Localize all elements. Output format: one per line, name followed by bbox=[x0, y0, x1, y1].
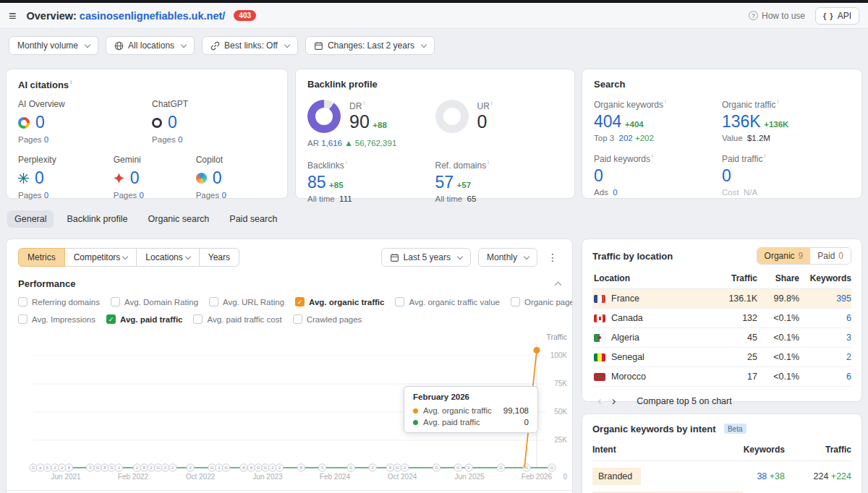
ref-domains-count-link[interactable]: 57 bbox=[435, 173, 454, 192]
citation-count[interactable]: 0 bbox=[130, 168, 140, 188]
next-page-arrow[interactable]: › bbox=[607, 395, 621, 407]
checkbox-avg-domain-rating[interactable]: Avg. Domain Rating bbox=[111, 297, 198, 306]
hamburger-menu-icon[interactable]: ≡ bbox=[9, 9, 17, 22]
checkbox-avg-paid-traffic[interactable]: Avg. paid traffic bbox=[106, 314, 182, 324]
google-update-marker-label: G bbox=[257, 466, 260, 470]
keywords-count-link[interactable]: 6 bbox=[799, 313, 851, 323]
organic-keywords-link[interactable]: 404 bbox=[594, 112, 621, 131]
ahrefs-rank-line: AR 1,616 ▲ 56,762,391 bbox=[307, 139, 435, 147]
search-card: Search Organic keywords 404 +404 Top 3 2… bbox=[582, 69, 862, 199]
keywords-count-link[interactable]: 2 bbox=[799, 352, 851, 362]
keywords-count-link[interactable]: 395 bbox=[799, 293, 851, 304]
tab-paid-search[interactable]: Paid search bbox=[222, 210, 284, 228]
dr-value: 90 bbox=[349, 111, 370, 132]
target-domain-link[interactable]: casinosenlignefiables.uk.net/ bbox=[80, 10, 225, 22]
more-options-icon[interactable]: ⋮ bbox=[545, 252, 561, 263]
checkbox-box bbox=[511, 297, 520, 306]
location-row-senegal[interactable]: Senegal 25 <0.1% 2 bbox=[592, 348, 851, 367]
ads-count-link[interactable]: 0 bbox=[613, 188, 617, 197]
chevron-down-icon bbox=[524, 253, 529, 259]
organic-toggle-button[interactable]: Organic9 bbox=[757, 248, 811, 264]
backlink-profile-card: Backlink profile DR 90 +88 AR 1,616 ▲ 56… bbox=[295, 69, 575, 199]
keywords-count-link[interactable]: 3 bbox=[799, 333, 851, 343]
checkbox-avg-url-rating[interactable]: Avg. URL Rating bbox=[209, 297, 284, 306]
dr-donut-gauge bbox=[307, 100, 341, 133]
metrics-segment-button[interactable]: Metrics bbox=[18, 248, 65, 267]
date-range-dropdown[interactable]: Last 5 years bbox=[381, 248, 471, 267]
keywords-count-link[interactable]: 6 bbox=[799, 372, 851, 382]
citation-count[interactable]: 0 bbox=[213, 168, 222, 188]
france-flag-icon bbox=[594, 295, 605, 303]
checkbox-box bbox=[18, 297, 27, 306]
checkbox-avg-organic-traffic-value[interactable]: Avg. organic traffic value bbox=[395, 297, 500, 306]
competitors-segment-button[interactable]: Competitors bbox=[64, 248, 137, 267]
tab-organic-search[interactable]: Organic search bbox=[141, 210, 217, 228]
metric-checkbox-row-1: Referring domains Avg. Domain Rating Avg… bbox=[18, 297, 561, 306]
pages-count-link[interactable]: 0 bbox=[140, 191, 144, 200]
location-row-canada[interactable]: Canada 132 <0.1% 6 bbox=[592, 309, 851, 328]
ai-citation-chatgpt: ChatGPT 0 Pages 0 bbox=[152, 99, 276, 144]
api-button[interactable]: { } API bbox=[815, 7, 859, 25]
performance-chart-area[interactable]: 100K75K50K25K0TrafficGa52283G8G2282G222G… bbox=[7, 328, 572, 484]
location-row-algeria[interactable]: Algeria 45 <0.1% 3 bbox=[592, 328, 851, 348]
location-row-morocco[interactable]: Morocco 17 <0.1% 6 bbox=[592, 367, 851, 387]
intent-keywords-link[interactable]: 38 bbox=[757, 471, 767, 481]
top3-count-link[interactable]: 202 bbox=[619, 134, 633, 142]
morocco-flag-icon bbox=[594, 373, 605, 381]
tab-general[interactable]: General bbox=[7, 210, 54, 228]
google-update-marker-label: G bbox=[435, 466, 438, 470]
ai-citation-gemini: Gemini 0 Pages 0 bbox=[114, 155, 196, 200]
collapse-chevron-icon[interactable] bbox=[555, 282, 562, 289]
performance-card: Metrics Competitors Locations Years Last… bbox=[6, 239, 573, 493]
citation-count[interactable]: 0 bbox=[168, 113, 177, 132]
citation-count[interactable]: 0 bbox=[35, 168, 44, 188]
best-links-dropdown[interactable]: Best links: Off bbox=[202, 36, 298, 55]
checkbox-crawled-pages[interactable]: Crawled pages bbox=[293, 314, 362, 324]
ref-domains-block: Ref. domains 57 +57 All time 65 bbox=[435, 159, 563, 203]
code-braces-icon: { } bbox=[823, 12, 834, 20]
google-update-marker-label: G bbox=[210, 466, 214, 470]
info-icon bbox=[762, 153, 765, 164]
checkbox-avg-paid-traffic-cost[interactable]: Avg. paid traffic cost bbox=[193, 314, 281, 324]
monthly-volume-dropdown[interactable]: Monthly volume bbox=[9, 36, 98, 55]
beta-badge: Beta bbox=[724, 424, 746, 434]
tab-backlink-profile[interactable]: Backlink profile bbox=[59, 210, 135, 228]
ar-value-link[interactable]: 1,616 bbox=[321, 139, 342, 147]
canada-flag-icon bbox=[594, 314, 605, 322]
compare-top5-link[interactable]: Compare top 5 on chart bbox=[637, 396, 731, 406]
pages-count-link[interactable]: 0 bbox=[178, 135, 182, 144]
chevron-down-icon bbox=[421, 41, 427, 47]
granularity-dropdown[interactable]: Monthly bbox=[478, 248, 537, 267]
intent-row-branded[interactable]: Branded 38 +38 224 +224 bbox=[592, 468, 851, 485]
changes-range-dropdown[interactable]: Changes: Last 2 years bbox=[305, 36, 435, 55]
copilot-icon bbox=[196, 173, 207, 184]
prev-page-arrow[interactable]: ‹ bbox=[592, 395, 607, 407]
citation-count[interactable]: 0 bbox=[35, 113, 45, 132]
pages-count-link[interactable]: 0 bbox=[44, 135, 48, 144]
x-tick-label: Jun 2021 bbox=[51, 473, 81, 481]
checkbox-box bbox=[106, 314, 116, 324]
paid-traffic-link[interactable]: 0 bbox=[722, 166, 731, 185]
checkbox-avg-impressions[interactable]: Avg. Impressions bbox=[18, 314, 95, 324]
checkbox-organic-pages[interactable]: Organic pages bbox=[511, 297, 573, 306]
x-tick-label: Feb 2024 bbox=[320, 473, 351, 481]
paid-toggle-button[interactable]: Paid0 bbox=[810, 248, 851, 264]
locations-segment-button[interactable]: Locations bbox=[136, 248, 199, 267]
pages-count-link[interactable]: 0 bbox=[44, 191, 48, 200]
location-row-france[interactable]: France 136.1K 99.8% 395 bbox=[592, 289, 851, 309]
paid-keywords-link[interactable]: 0 bbox=[594, 166, 603, 185]
organic-paid-toggle: Organic9 Paid0 bbox=[757, 247, 851, 265]
checkbox-box bbox=[293, 314, 302, 324]
checkbox-avg-organic-traffic[interactable]: Avg. organic traffic bbox=[295, 297, 384, 306]
all-locations-dropdown[interactable]: All locations bbox=[106, 36, 195, 55]
years-segment-button[interactable]: Years bbox=[199, 248, 239, 267]
tooltip-row-paid: Avg. paid traffic 0 bbox=[413, 418, 529, 426]
chevron-down-icon bbox=[457, 253, 463, 259]
google-update-marker-label: G bbox=[96, 466, 100, 470]
pages-count-link[interactable]: 0 bbox=[221, 191, 226, 200]
how-to-use-link[interactable]: ? How to use bbox=[749, 11, 805, 21]
organic-traffic-link[interactable]: 136K bbox=[722, 112, 761, 131]
info-icon bbox=[663, 98, 666, 110]
checkbox-referring-domains[interactable]: Referring domains bbox=[18, 297, 100, 306]
backlinks-count-link[interactable]: 85 bbox=[307, 173, 326, 192]
